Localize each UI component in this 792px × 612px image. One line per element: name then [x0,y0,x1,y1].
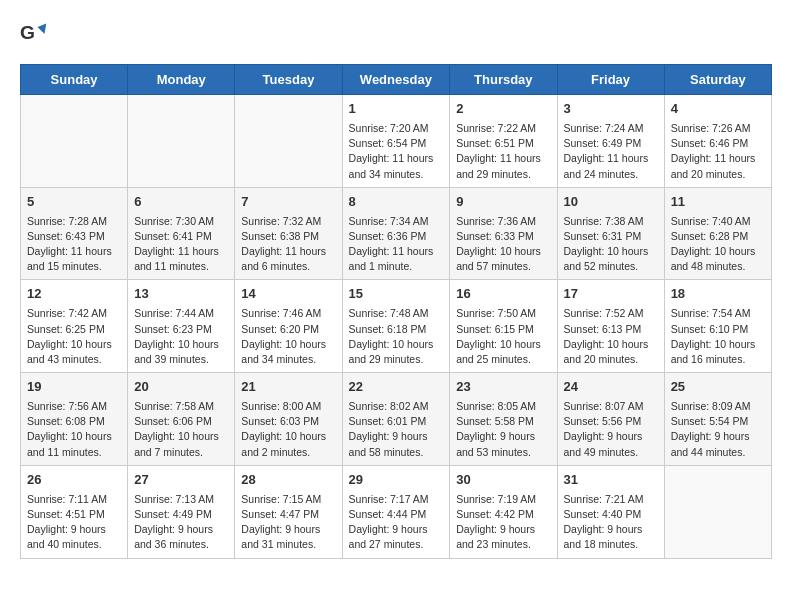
day-info: Sunrise: 8:02 AM Sunset: 6:01 PM Dayligh… [349,399,444,460]
calendar-header-row: SundayMondayTuesdayWednesdayThursdayFrid… [21,65,772,95]
day-info: Sunrise: 7:11 AM Sunset: 4:51 PM Dayligh… [27,492,121,553]
calendar-day-cell: 12Sunrise: 7:42 AM Sunset: 6:25 PM Dayli… [21,280,128,373]
day-number: 3 [564,100,658,119]
calendar-day-cell: 31Sunrise: 7:21 AM Sunset: 4:40 PM Dayli… [557,465,664,558]
calendar-day-cell: 24Sunrise: 8:07 AM Sunset: 5:56 PM Dayli… [557,373,664,466]
day-number: 31 [564,471,658,490]
header-thursday: Thursday [450,65,557,95]
page-header: G [20,20,772,48]
calendar-day-cell: 21Sunrise: 8:00 AM Sunset: 6:03 PM Dayli… [235,373,342,466]
day-number: 23 [456,378,550,397]
calendar-day-cell: 18Sunrise: 7:54 AM Sunset: 6:10 PM Dayli… [664,280,771,373]
day-info: Sunrise: 8:09 AM Sunset: 5:54 PM Dayligh… [671,399,765,460]
day-number: 20 [134,378,228,397]
day-number: 26 [27,471,121,490]
day-info: Sunrise: 8:07 AM Sunset: 5:56 PM Dayligh… [564,399,658,460]
calendar-empty-cell [128,95,235,188]
calendar-day-cell: 9Sunrise: 7:36 AM Sunset: 6:33 PM Daylig… [450,187,557,280]
day-number: 24 [564,378,658,397]
day-number: 13 [134,285,228,304]
svg-marker-1 [38,24,47,35]
calendar-day-cell: 25Sunrise: 8:09 AM Sunset: 5:54 PM Dayli… [664,373,771,466]
day-info: Sunrise: 8:00 AM Sunset: 6:03 PM Dayligh… [241,399,335,460]
day-number: 29 [349,471,444,490]
day-number: 4 [671,100,765,119]
day-number: 17 [564,285,658,304]
day-info: Sunrise: 7:48 AM Sunset: 6:18 PM Dayligh… [349,306,444,367]
day-number: 12 [27,285,121,304]
calendar-day-cell: 23Sunrise: 8:05 AM Sunset: 5:58 PM Dayli… [450,373,557,466]
day-number: 15 [349,285,444,304]
day-info: Sunrise: 7:34 AM Sunset: 6:36 PM Dayligh… [349,214,444,275]
day-info: Sunrise: 7:21 AM Sunset: 4:40 PM Dayligh… [564,492,658,553]
day-number: 14 [241,285,335,304]
calendar-empty-cell [664,465,771,558]
day-number: 10 [564,193,658,212]
day-number: 2 [456,100,550,119]
calendar-day-cell: 22Sunrise: 8:02 AM Sunset: 6:01 PM Dayli… [342,373,450,466]
calendar-day-cell: 29Sunrise: 7:17 AM Sunset: 4:44 PM Dayli… [342,465,450,558]
day-info: Sunrise: 7:17 AM Sunset: 4:44 PM Dayligh… [349,492,444,553]
calendar-day-cell: 20Sunrise: 7:58 AM Sunset: 6:06 PM Dayli… [128,373,235,466]
calendar-week-row: 26Sunrise: 7:11 AM Sunset: 4:51 PM Dayli… [21,465,772,558]
calendar-day-cell: 8Sunrise: 7:34 AM Sunset: 6:36 PM Daylig… [342,187,450,280]
calendar-day-cell: 1Sunrise: 7:20 AM Sunset: 6:54 PM Daylig… [342,95,450,188]
day-number: 7 [241,193,335,212]
calendar-week-row: 1Sunrise: 7:20 AM Sunset: 6:54 PM Daylig… [21,95,772,188]
day-info: Sunrise: 7:22 AM Sunset: 6:51 PM Dayligh… [456,121,550,182]
day-info: Sunrise: 7:36 AM Sunset: 6:33 PM Dayligh… [456,214,550,275]
calendar-day-cell: 14Sunrise: 7:46 AM Sunset: 6:20 PM Dayli… [235,280,342,373]
day-number: 30 [456,471,550,490]
day-number: 25 [671,378,765,397]
day-number: 5 [27,193,121,212]
day-info: Sunrise: 7:46 AM Sunset: 6:20 PM Dayligh… [241,306,335,367]
day-info: Sunrise: 7:30 AM Sunset: 6:41 PM Dayligh… [134,214,228,275]
header-tuesday: Tuesday [235,65,342,95]
header-wednesday: Wednesday [342,65,450,95]
calendar-day-cell: 2Sunrise: 7:22 AM Sunset: 6:51 PM Daylig… [450,95,557,188]
calendar-day-cell: 6Sunrise: 7:30 AM Sunset: 6:41 PM Daylig… [128,187,235,280]
calendar-day-cell: 28Sunrise: 7:15 AM Sunset: 4:47 PM Dayli… [235,465,342,558]
calendar-day-cell: 27Sunrise: 7:13 AM Sunset: 4:49 PM Dayli… [128,465,235,558]
header-monday: Monday [128,65,235,95]
svg-text:G: G [20,22,35,43]
day-info: Sunrise: 7:26 AM Sunset: 6:46 PM Dayligh… [671,121,765,182]
day-info: Sunrise: 7:20 AM Sunset: 6:54 PM Dayligh… [349,121,444,182]
calendar-empty-cell [235,95,342,188]
calendar-day-cell: 10Sunrise: 7:38 AM Sunset: 6:31 PM Dayli… [557,187,664,280]
calendar-day-cell: 30Sunrise: 7:19 AM Sunset: 4:42 PM Dayli… [450,465,557,558]
day-info: Sunrise: 7:28 AM Sunset: 6:43 PM Dayligh… [27,214,121,275]
day-info: Sunrise: 7:15 AM Sunset: 4:47 PM Dayligh… [241,492,335,553]
day-info: Sunrise: 7:40 AM Sunset: 6:28 PM Dayligh… [671,214,765,275]
calendar-day-cell: 19Sunrise: 7:56 AM Sunset: 6:08 PM Dayli… [21,373,128,466]
day-info: Sunrise: 7:58 AM Sunset: 6:06 PM Dayligh… [134,399,228,460]
day-number: 1 [349,100,444,119]
calendar-day-cell: 16Sunrise: 7:50 AM Sunset: 6:15 PM Dayli… [450,280,557,373]
day-number: 9 [456,193,550,212]
calendar-week-row: 19Sunrise: 7:56 AM Sunset: 6:08 PM Dayli… [21,373,772,466]
header-friday: Friday [557,65,664,95]
day-info: Sunrise: 8:05 AM Sunset: 5:58 PM Dayligh… [456,399,550,460]
calendar-table: SundayMondayTuesdayWednesdayThursdayFrid… [20,64,772,559]
calendar-day-cell: 4Sunrise: 7:26 AM Sunset: 6:46 PM Daylig… [664,95,771,188]
day-info: Sunrise: 7:24 AM Sunset: 6:49 PM Dayligh… [564,121,658,182]
logo-icon: G [20,20,48,48]
day-info: Sunrise: 7:52 AM Sunset: 6:13 PM Dayligh… [564,306,658,367]
calendar-day-cell: 13Sunrise: 7:44 AM Sunset: 6:23 PM Dayli… [128,280,235,373]
day-info: Sunrise: 7:38 AM Sunset: 6:31 PM Dayligh… [564,214,658,275]
day-info: Sunrise: 7:13 AM Sunset: 4:49 PM Dayligh… [134,492,228,553]
calendar-day-cell: 11Sunrise: 7:40 AM Sunset: 6:28 PM Dayli… [664,187,771,280]
calendar-day-cell: 7Sunrise: 7:32 AM Sunset: 6:38 PM Daylig… [235,187,342,280]
calendar-day-cell: 15Sunrise: 7:48 AM Sunset: 6:18 PM Dayli… [342,280,450,373]
day-number: 27 [134,471,228,490]
calendar-week-row: 12Sunrise: 7:42 AM Sunset: 6:25 PM Dayli… [21,280,772,373]
day-info: Sunrise: 7:42 AM Sunset: 6:25 PM Dayligh… [27,306,121,367]
logo: G [20,20,52,48]
day-number: 28 [241,471,335,490]
day-number: 11 [671,193,765,212]
day-info: Sunrise: 7:44 AM Sunset: 6:23 PM Dayligh… [134,306,228,367]
calendar-day-cell: 3Sunrise: 7:24 AM Sunset: 6:49 PM Daylig… [557,95,664,188]
calendar-day-cell: 17Sunrise: 7:52 AM Sunset: 6:13 PM Dayli… [557,280,664,373]
calendar-empty-cell [21,95,128,188]
day-number: 22 [349,378,444,397]
